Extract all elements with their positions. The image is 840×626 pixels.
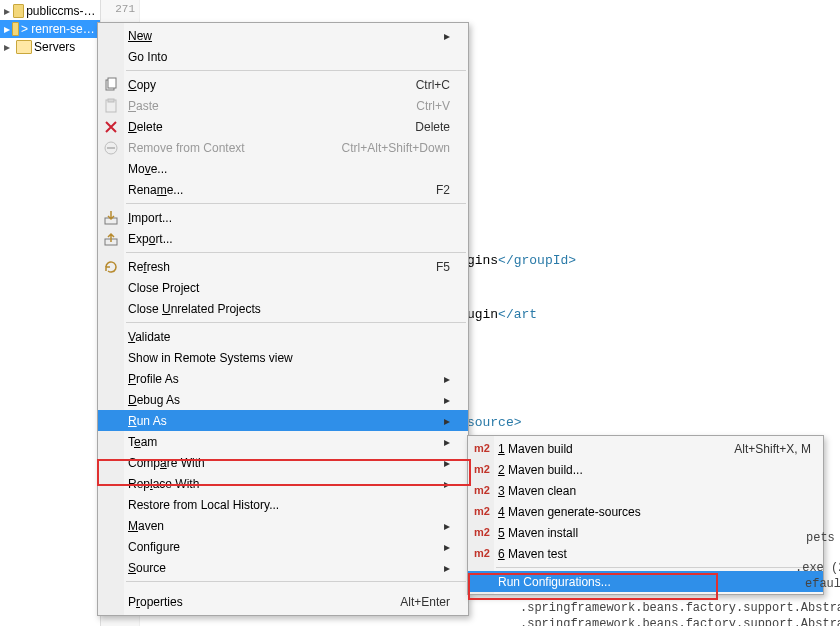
maven-icon: m2 <box>473 484 491 496</box>
console-text-fragment: efaul <box>805 576 840 592</box>
refresh-icon <box>103 259 119 275</box>
export-icon <box>103 231 119 247</box>
menu-replace-with[interactable]: Replace With▸ <box>98 473 468 494</box>
app-root: ▸ publiccms-by-maven ▸ > renren-security… <box>0 0 840 626</box>
menu-run-as[interactable]: Run As▸ <box>98 410 468 431</box>
copy-icon <box>103 77 119 93</box>
separator <box>126 252 466 253</box>
maven-icon: m2 <box>473 442 491 454</box>
submenu-run-as: m2 1 Maven buildAlt+Shift+X, M m2 2 Mave… <box>467 435 824 595</box>
menu-delete[interactable]: DeleteDelete <box>98 116 468 137</box>
maven-icon: m2 <box>473 463 491 475</box>
submenu-maven-install[interactable]: m2 5 Maven install <box>468 522 823 543</box>
menu-profile-as[interactable]: Profile As▸ <box>98 368 468 389</box>
menu-paste[interactable]: PasteCtrl+V <box>98 95 468 116</box>
menu-refresh[interactable]: RefreshF5 <box>98 256 468 277</box>
tree-item-label: publiccms-by-maven <box>26 4 100 18</box>
console-text-fragment: .springframework.beans.factory.support.A… <box>520 600 840 616</box>
separator <box>126 581 466 582</box>
context-menu: New▸ Go Into CopyCtrl+C PasteCtrl+V Dele… <box>97 22 469 616</box>
paste-icon <box>103 98 119 114</box>
separator <box>496 567 821 568</box>
submenu-maven-generate-sources[interactable]: m2 4 Maven generate-sources <box>468 501 823 522</box>
maven-icon: m2 <box>473 547 491 559</box>
separator <box>126 203 466 204</box>
separator <box>126 322 466 323</box>
menu-validate[interactable]: Validate <box>98 326 468 347</box>
menu-show-remote[interactable]: Show in Remote Systems view <box>98 347 468 368</box>
tree-item-renren-security[interactable]: ▸ > renren-security [renren-security mas… <box>0 20 100 38</box>
project-explorer: ▸ publiccms-by-maven ▸ > renren-security… <box>0 0 100 626</box>
console-text-fragment: .exe (20 <box>795 560 840 576</box>
menu-restore-local[interactable]: Restore from Local History... <box>98 494 468 515</box>
menu-compare-with[interactable]: Compare With▸ <box>98 452 468 473</box>
tree-item-label: Servers <box>34 40 75 54</box>
remove-context-icon <box>103 140 119 156</box>
menu-configure[interactable]: Configure▸ <box>98 536 468 557</box>
tree-item-label: > renren-security [renren-security maste… <box>21 22 100 36</box>
folder-icon <box>12 22 19 36</box>
submenu-maven-build-dots[interactable]: m2 2 Maven build... <box>468 459 823 480</box>
submenu-maven-clean[interactable]: m2 3 Maven clean <box>468 480 823 501</box>
servers-icon <box>16 40 32 54</box>
menu-remove-context[interactable]: Remove from ContextCtrl+Alt+Shift+Down <box>98 137 468 158</box>
svg-rect-3 <box>108 99 114 102</box>
menu-properties[interactable]: PropertiesAlt+Enter <box>98 585 468 613</box>
menu-new[interactable]: New▸ <box>98 25 468 46</box>
menu-import[interactable]: Import... <box>98 207 468 228</box>
menu-team[interactable]: Team▸ <box>98 431 468 452</box>
separator <box>126 70 466 71</box>
svg-rect-1 <box>108 78 116 88</box>
menu-copy[interactable]: CopyCtrl+C <box>98 74 468 95</box>
line-number: 271 <box>101 0 135 18</box>
menu-close-project[interactable]: Close Project <box>98 277 468 298</box>
submenu-maven-test[interactable]: m2 6 Maven test <box>468 543 823 564</box>
menu-rename[interactable]: Rename...F2 <box>98 179 468 200</box>
console-text-fragment: pets <box>806 530 835 546</box>
console-text-fragment: .springframework.beans.factory.support.A… <box>520 616 840 626</box>
menu-maven[interactable]: Maven▸ <box>98 515 468 536</box>
menu-source[interactable]: Source▸ <box>98 557 468 578</box>
delete-icon <box>103 119 119 135</box>
tree-item-publiccms[interactable]: ▸ publiccms-by-maven <box>0 2 100 20</box>
submenu-run-configurations[interactable]: Run Configurations... <box>468 571 823 592</box>
expand-arrow-icon: ▸ <box>4 4 11 18</box>
menu-export[interactable]: Export... <box>98 228 468 249</box>
maven-icon: m2 <box>473 526 491 538</box>
menu-move[interactable]: Move... <box>98 158 468 179</box>
import-icon <box>103 210 119 226</box>
menu-close-unrelated[interactable]: Close Unrelated Projects <box>98 298 468 319</box>
tree-item-servers[interactable]: ▸ Servers <box>0 38 100 56</box>
expand-arrow-icon: ▸ <box>4 22 10 36</box>
expand-arrow-icon: ▸ <box>4 40 14 54</box>
folder-icon <box>13 4 24 18</box>
submenu-maven-build[interactable]: m2 1 Maven buildAlt+Shift+X, M <box>468 438 823 459</box>
maven-icon: m2 <box>473 505 491 517</box>
menu-debug-as[interactable]: Debug As▸ <box>98 389 468 410</box>
menu-go-into[interactable]: Go Into <box>98 46 468 67</box>
